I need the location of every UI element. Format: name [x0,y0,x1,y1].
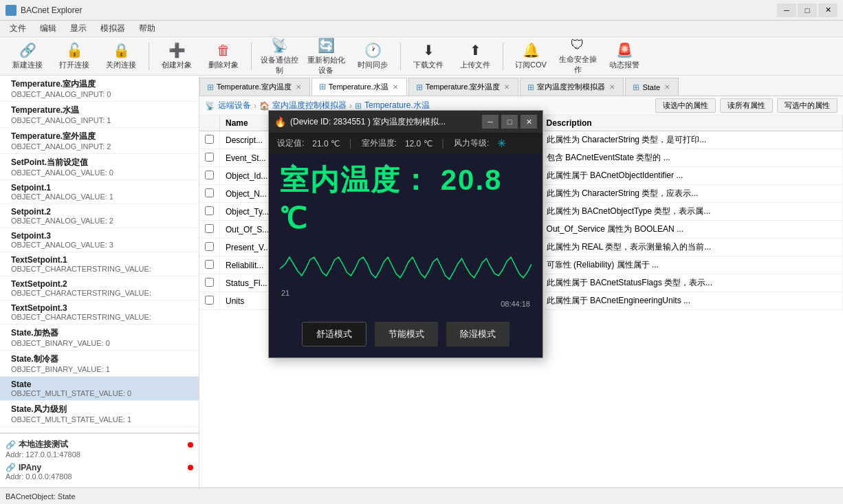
sidebar-item-9[interactable]: TextSetpoint.3 OBJECT_CHARACTERSTRING_VA… [0,300,199,325]
popup-titlebar: 🔥 (Device ID: 2834551 ) 室内温度控制模拟... ─ □ … [269,111,543,133]
new-connection-icon: 🔗 [19,42,36,58]
tab-label-4: State [642,83,660,91]
sidebar-item-13[interactable]: State.风力级别 OBJECT_MULTI_STATE_VALUE: 1 [0,401,199,427]
sidebar-item-type-5: OBJECT_ANALOG_VALUE: 2 [11,217,193,225]
sidebar-item-0[interactable]: Temperature.室内温度 OBJECT_ANALOG_INPUT: 0 [0,76,199,102]
row-check-6[interactable] [199,239,220,256]
row-desc-9: 此属性属于 BACnetEngineeringUnits ... [540,292,842,310]
row-check-1[interactable] [199,149,220,167]
comfort-mode-button[interactable]: 舒适模式 [302,322,366,347]
write-button[interactable]: 写选中的属性 [777,98,837,113]
popup-maximize-button[interactable]: □ [501,115,518,129]
row-check-2[interactable] [199,167,220,185]
open-connection-button[interactable]: 🔓 打开连接 [52,40,96,73]
bc-item-0[interactable]: 远端设备 [218,100,251,111]
sidebar-item-name-10: State.加热器 [11,327,193,339]
bc-icon-2: ⊞ [355,101,362,111]
tab-close-3[interactable]: ✕ [608,83,616,91]
read-selected-button[interactable]: 读选中的属性 [655,98,716,113]
menu-view[interactable]: 显示 [63,21,94,36]
row-check-9[interactable] [199,292,220,310]
sidebar-item-name-0: Temperature.室内温度 [11,78,193,90]
row-desc-1: 包含 BACnetEventState 类型的 ... [540,149,842,167]
energy-mode-button[interactable]: 节能模式 [375,322,438,347]
create-object-button[interactable]: ➕ 创建对象 [155,40,199,73]
temp-main: 室内温度： 20.8 ℃ [280,161,532,238]
tab-close-1[interactable]: ✕ [391,83,399,91]
sidebar-item-type-4: OBJECT_ANALOG_VALUE: 1 [11,193,193,201]
row-check-7[interactable] [199,256,220,274]
row-desc-4: 此属性为 BACnetObjectType 类型，表示属... [540,203,842,221]
new-connection-button[interactable]: 🔗 新建连接 [6,40,50,73]
row-check-5[interactable] [199,221,220,239]
sidebar-item-8[interactable]: TextSetpoint.2 OBJECT_CHARACTERSTRING_VA… [0,276,199,300]
tab-1[interactable]: ⊞ Temperature.水温 ✕ [311,78,407,96]
menu-file[interactable]: 文件 [3,21,33,36]
dehumid-mode-button[interactable]: 除湿模式 [446,322,510,347]
row-check-8[interactable] [199,274,220,292]
breadcrumb-actions: 读选中的属性 读所有属性 写选中的属性 [655,98,837,113]
safety-button[interactable]: 🛡 生命安全操作 [556,40,600,73]
popup-close-button[interactable]: ✕ [521,115,537,129]
delete-object-button[interactable]: 🗑 删除对象 [201,40,245,73]
sidebar-item-7[interactable]: TextSetpoint.1 OBJECT_CHARACTERSTRING_VA… [0,252,199,276]
close-connection-button[interactable]: 🔒 关闭连接 [99,40,143,73]
tab-0[interactable]: ⊞ Temperature.室内温度 ✕ [199,78,310,96]
tab-close-4[interactable]: ✕ [663,83,671,91]
temp-label: 室内温度： [280,164,441,196]
row-check-3[interactable] [199,185,220,203]
upload-icon: ⬆ [470,42,481,58]
sidebar-item-name-4: Setpoint.1 [11,183,193,193]
menu-simulator[interactable]: 模拟器 [94,21,132,36]
row-desc-0: 此属性为 CharacterString 类型，是可打印... [540,131,842,149]
download-button[interactable]: ⬇ 下载文件 [406,40,450,73]
alarm-button[interactable]: 🚨 动态报警 [602,40,646,73]
device-comm-button[interactable]: 📡 设备通信控制 [257,40,301,73]
popup-minimize-button[interactable]: ─ [482,115,499,129]
sidebar-item-6[interactable]: Setpoint.3 OBJECT_ANALOG_VALUE: 3 [0,228,199,252]
tab-close-0[interactable]: ✕ [294,83,303,91]
close-button[interactable]: ✕ [818,3,837,17]
read-all-button[interactable]: 读所有属性 [720,98,773,113]
conn-icon-0: 🔗 [6,440,16,450]
sidebar-item-5[interactable]: Setpoint.2 OBJECT_ANALOG_VALUE: 2 [0,204,199,228]
reinit-button[interactable]: 🔄 重新初始化设备 [304,40,348,73]
wind-icon: ✳ [497,137,506,150]
maximize-button[interactable]: □ [798,3,817,17]
time-sync-button[interactable]: 🕐 时间同步 [351,40,395,73]
tab-close-2[interactable]: ✕ [503,83,511,91]
tab-icon-4: ⊞ [633,83,639,92]
tab-bar: ⊞ Temperature.室内温度 ✕ ⊞ Temperature.水温 ✕ … [199,76,843,96]
sidebar-item-3[interactable]: SetPoint.当前设定值 OBJECT_ANALOG_VALUE: 0 [0,154,199,180]
outdoor-temp-value: 12.0 ℃ [405,139,433,149]
tab-4[interactable]: ⊞ State ✕ [625,78,679,96]
sidebar-item-4[interactable]: Setpoint.1 OBJECT_ANALOG_VALUE: 1 [0,180,199,204]
conn-item-0[interactable]: 🔗 本地连接测试 Addr: 127.0.0.1:47808 [0,437,199,461]
menu-edit[interactable]: 编辑 [33,21,63,36]
upload-button[interactable]: ⬆ 上传文件 [453,40,497,73]
reinit-icon: 🔄 [318,37,335,54]
row-check-4[interactable] [199,203,220,221]
conn-item-1[interactable]: 🔗 IPAny Addr: 0.0.0.0:47808 [0,461,199,483]
bc-icon-1: 🏠 [259,101,270,111]
sidebar-item-11[interactable]: State.制冷器 OBJECT_BINARY_VALUE: 1 [0,351,199,377]
sidebar-item-2[interactable]: Temperature.室外温度 OBJECT_ANALOG_INPUT: 2 [0,128,199,154]
popup-temp-display: 室内温度： 20.8 ℃ [269,154,543,238]
row-check-0[interactable] [199,131,220,149]
menu-help[interactable]: 帮助 [132,21,162,36]
sidebar-item-1[interactable]: Temperature.水温 OBJECT_ANALOG_INPUT: 1 [0,102,199,128]
sidebar-item-12[interactable]: State OBJECT_MULTI_STATE_VALUE: 0 [0,377,199,401]
chart-time: 08:44:18 [501,300,530,308]
sidebar-item-10[interactable]: State.加热器 OBJECT_BINARY_VALUE: 0 [0,325,199,351]
menu-bar: 文件 编辑 显示 模拟器 帮助 [0,21,843,37]
tab-2[interactable]: ⊞ Temperature.室外温度 ✕ [408,78,519,96]
cov-button[interactable]: 🔔 订阅COV [509,40,553,73]
window-controls: ─ □ ✕ [777,3,837,17]
sidebar-item-name-9: TextSetpoint.3 [11,303,193,313]
popup-title: (Device ID: 2834551 ) 室内温度控制模拟... [290,116,478,128]
safety-icon: 🛡 [571,37,584,53]
minimize-button[interactable]: ─ [777,3,796,17]
conn-name-0: 🔗 本地连接测试 [6,439,193,450]
tab-label-0: Temperature.室内温度 [217,82,292,92]
tab-3[interactable]: ⊞ 室内温度控制模拟器 ✕ [520,78,624,96]
